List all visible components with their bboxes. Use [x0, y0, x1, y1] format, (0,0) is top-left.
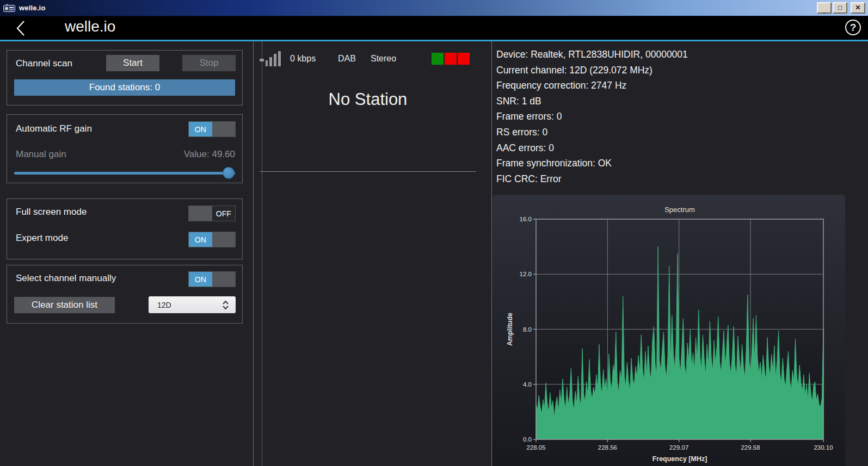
scan-stop-button[interactable]: Stop [182, 55, 236, 71]
minimize-button[interactable]: _ [817, 2, 832, 14]
radio-icon [3, 4, 15, 12]
bitrate-label: 0 kbps [290, 54, 316, 64]
manual-channel-group: Select channel manually ON Clear station… [7, 265, 243, 324]
separator-left [253, 41, 254, 466]
page-title: welle.io [65, 18, 115, 35]
station-name: No Station [260, 90, 476, 109]
expert-mode-toggle-knob [212, 232, 236, 247]
gain-slider-handle[interactable] [223, 167, 235, 179]
station-list-divider [260, 171, 476, 172]
rf-gain-toggle-state: ON [189, 122, 212, 136]
status-frame-errors: Frame errors: 0 [496, 109, 688, 125]
help-icon: ? [850, 22, 857, 34]
status-device: Device: Realtek, RTL2838UHIDIR, 00000001 [496, 47, 688, 63]
rf-gain-label: Automatic RF gain [16, 123, 92, 134]
gain-slider[interactable] [14, 166, 235, 179]
channel-select-value: 12D [149, 301, 222, 309]
mode-label: DAB [338, 54, 356, 64]
status-fic-crc: FIC CRC: Error [496, 171, 688, 187]
spectrum-panel: 0.04.08.012.016.0228.05228.56229.07229.5… [493, 195, 845, 466]
expert-mode-toggle[interactable]: ON [188, 232, 236, 247]
clear-station-list-button[interactable]: Clear station list [14, 297, 115, 313]
svg-text:12.0: 12.0 [520, 271, 532, 277]
svg-text:8.0: 8.0 [523, 326, 532, 333]
svg-text:Spectrum: Spectrum [664, 206, 695, 214]
led-audio-indicator [458, 53, 470, 65]
audio-mode-label: Stereo [371, 54, 396, 64]
scan-start-button[interactable]: Start [106, 55, 159, 71]
manual-channel-toggle-knob [212, 272, 236, 287]
svg-text:0.0: 0.0 [523, 436, 532, 443]
chevron-up-down-icon [222, 300, 236, 310]
manual-channel-toggle-state: ON [189, 272, 212, 287]
manual-channel-toggle[interactable]: ON [188, 271, 236, 287]
spectrum-chart: 0.04.08.012.016.0228.05228.56229.07229.5… [493, 195, 845, 466]
fullscreen-toggle[interactable]: OFF [188, 206, 236, 221]
fullscreen-toggle-knob [189, 206, 212, 221]
status-snr: SNR: 1 dB [496, 94, 688, 109]
manual-gain-label: Manual gain [16, 149, 66, 160]
manual-gain-value: Value: 49.60 [184, 149, 235, 160]
window-title: welle.io [19, 4, 46, 12]
expert-mode-label: Expert mode [16, 233, 68, 244]
svg-text:228.05: 228.05 [526, 444, 545, 451]
svg-text:229.58: 229.58 [741, 444, 760, 451]
status-frame-sync: Frame synchronization: OK [496, 156, 688, 171]
svg-text:230.10: 230.10 [814, 444, 833, 451]
svg-text:228.56: 228.56 [598, 444, 617, 451]
manual-channel-label: Select channel manually [16, 273, 116, 284]
rf-gain-toggle-knob [212, 122, 236, 136]
svg-text:Frequency [MHz]: Frequency [MHz] [652, 455, 707, 463]
rf-gain-toggle[interactable]: ON [188, 121, 236, 137]
receiver-status: Device: Realtek, RTL2838UHIDIR, 00000001… [496, 47, 688, 187]
separator-right [491, 41, 492, 466]
fullscreen-toggle-state: OFF [212, 206, 236, 221]
status-current-channel: Current channel: 12D (229.072 MHz) [496, 63, 688, 78]
welle-io-window: welle.io _ □ ✕ welle.io ? Channel scan S… [0, 0, 868, 466]
fullscreen-label: Full screen mode [16, 207, 87, 218]
svg-text:16.0: 16.0 [520, 216, 532, 222]
found-stations-bar: Found stations: 0 [14, 79, 235, 96]
led-fic-indicator [445, 53, 457, 65]
close-button[interactable]: ✕ [851, 2, 865, 14]
channel-scan-label: Channel scan [16, 58, 72, 69]
status-aac-errors: AAC errors: 0 [496, 140, 688, 156]
back-button[interactable] [13, 20, 30, 37]
expert-mode-toggle-state: ON [189, 232, 212, 247]
rf-gain-group: Automatic RF gain ON Manual gain Value: … [7, 114, 243, 183]
back-chevron-icon [13, 20, 30, 37]
maximize-button[interactable]: □ [833, 2, 847, 14]
channel-select[interactable]: 12D [149, 296, 236, 313]
svg-text:4.0: 4.0 [523, 381, 532, 388]
svg-text:Amplitude: Amplitude [506, 313, 514, 346]
gain-slider-track [14, 172, 235, 175]
status-frequency-correction: Frequency correction: 2747 Hz [496, 78, 688, 94]
led-sync-indicator [432, 53, 444, 65]
modes-group: Full screen mode OFF Expert mode ON [7, 198, 243, 259]
status-rs-errors: RS errors: 0 [496, 125, 688, 140]
app-header: welle.io ? [0, 16, 868, 41]
help-button[interactable]: ? [845, 20, 861, 35]
channel-scan-group: Channel scan Start Stop Found stations: … [7, 50, 243, 105]
svg-text:229.07: 229.07 [669, 444, 688, 451]
signal-strength-icon [260, 51, 281, 66]
os-titlebar[interactable]: welle.io _ □ ✕ [0, 0, 868, 16]
